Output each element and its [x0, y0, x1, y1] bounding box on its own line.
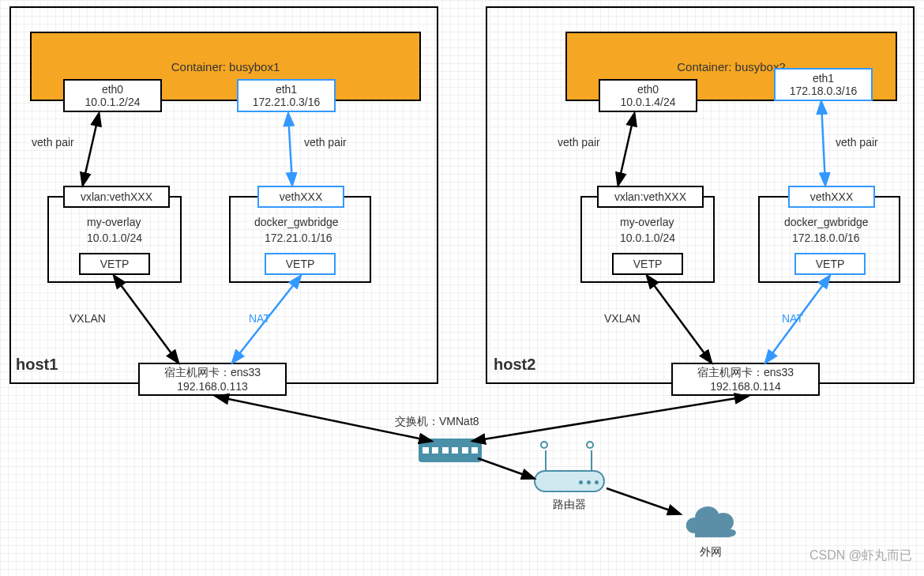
host1-overlay-ip: 10.0.1.0/24 [87, 232, 142, 244]
host1-nic-name: 宿主机网卡：ens33 [164, 366, 261, 380]
host2-eth1-ip: 172.18.0.3/16 [790, 85, 858, 97]
host2-container-title: Container: busybox2 [677, 60, 786, 73]
host2-gwbridge-ip: 172.18.0.0/16 [792, 232, 860, 244]
switch-label: 交换机：VMNat8 [395, 415, 479, 429]
host2-vetp-right: VETP [794, 253, 866, 275]
host1-vxlan-label: VXLAN [69, 312, 106, 325]
host1-vethpair-left: veth pair [32, 136, 74, 149]
host2-overlay-ip: 10.0.1.0/24 [620, 232, 675, 244]
host1-gwbridge-ip: 172.21.0.1/16 [265, 232, 332, 244]
host1-eth1-ip: 172.21.0.3/16 [253, 96, 321, 108]
host2-nat-label: NAT [782, 312, 803, 325]
host2-nic-name: 宿主机网卡：ens33 [697, 366, 794, 380]
host2-vxlan-veth: vxlan:vethXXX [597, 186, 704, 208]
host2-vethpair-right: veth pair [836, 136, 878, 149]
host1-vetp-right: VETP [265, 253, 336, 275]
host1-label: host1 [16, 356, 58, 374]
host2-vxlan-label: VXLAN [604, 312, 640, 325]
host2-vethxxx: vethXXX [788, 186, 875, 208]
router-icon [534, 470, 605, 492]
router-antenna-left [545, 450, 547, 470]
host1-nat-label: NAT [249, 312, 270, 325]
host2-nic: 宿主机网卡：ens33 192.168.0.114 [671, 363, 820, 396]
host1-eth0-name: eth0 [102, 83, 123, 96]
router-label: 路由器 [553, 498, 586, 512]
router-antdot-right [586, 441, 594, 449]
host1-nic: 宿主机网卡：ens33 192.168.0.113 [138, 363, 287, 396]
svg-line-11 [607, 488, 679, 514]
host2-eth0-name: eth0 [637, 83, 659, 96]
host1-eth0-ip: 10.0.1.2/24 [85, 96, 140, 108]
host1-eth0: eth0 10.0.1.2/24 [63, 79, 162, 112]
host1-nic-ip: 192.168.0.113 [177, 380, 248, 393]
host2-eth1: eth1 172.18.0.3/16 [774, 68, 873, 101]
host2-gwbridge-name: docker_gwbridge [784, 216, 869, 228]
host1-vethpair-right: veth pair [304, 136, 347, 149]
host1-gwbridge-name: docker_gwbridge [254, 216, 339, 228]
host1-vxlan-veth: vxlan:vethXXX [63, 186, 170, 208]
switch-icon [419, 439, 482, 462]
host2-eth0-ip: 10.0.1.4/24 [620, 96, 675, 108]
watermark: CSDN @虾丸而已 [809, 548, 912, 564]
host2-vetp-left: VETP [612, 253, 683, 275]
host2-eth0: eth0 10.0.1.4/24 [599, 79, 697, 112]
host2-label: host2 [494, 356, 535, 374]
svg-line-10 [478, 458, 533, 478]
host1-eth1-name: eth1 [276, 83, 297, 96]
router-antenna-right [591, 450, 592, 470]
internet-label: 外网 [700, 545, 722, 559]
host1-vethxxx: vethXXX [257, 186, 344, 208]
host2-nic-ip: 192.168.0.114 [710, 380, 781, 393]
host2-overlay-name: my-overlay [620, 216, 674, 228]
host1-vetp-left: VETP [79, 253, 150, 275]
router-antdot-left [540, 441, 548, 449]
host2-eth1-name: eth1 [813, 72, 834, 85]
cloud-icon [679, 498, 742, 541]
host1-eth1: eth1 172.21.0.3/16 [237, 79, 336, 112]
host2-vethpair-left: veth pair [558, 136, 600, 149]
host1-overlay-name: my-overlay [87, 216, 141, 228]
svg-line-9 [474, 397, 746, 441]
host1-container-title: Container: busybox1 [171, 60, 280, 73]
